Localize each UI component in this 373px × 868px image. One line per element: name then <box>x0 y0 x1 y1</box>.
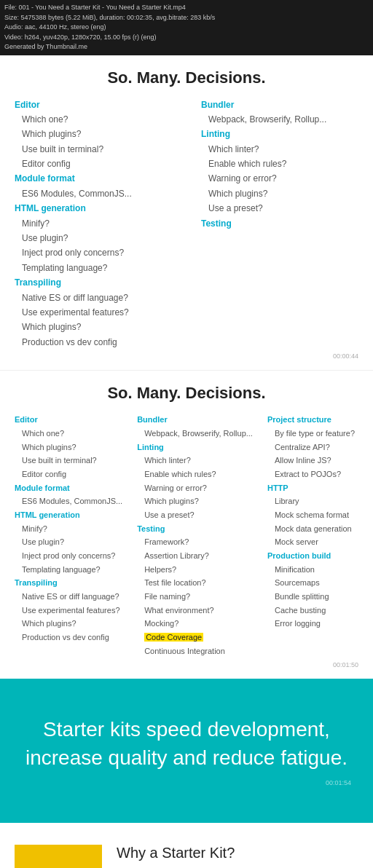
header-line1: File: 001 - You Need a Starter Kit - You… <box>4 3 369 13</box>
teal-section: Starter kits speed development, increase… <box>0 679 373 823</box>
header-line4: Video: h264, yuv420p, 1280x720, 15.00 fp… <box>4 33 369 43</box>
cat-html-s2: HTML generation <box>15 508 122 522</box>
cat-editor-s2: Editor <box>15 413 122 427</box>
section1: So. Many. Decisions. Editor Which one? W… <box>0 55 373 371</box>
cat-project-s2: Project structure <box>267 413 355 427</box>
js-logo: JS <box>15 845 102 868</box>
section1-title: So. Many. Decisions. <box>15 68 358 87</box>
cat-bundler-s1: Bundler <box>201 98 358 112</box>
highlight-coverage: Code Coverage <box>144 633 203 642</box>
why-section: JS Why a Starter Kit? Codifies Decisions… <box>0 823 373 868</box>
section2-col3: Project structure By file type or featur… <box>267 413 355 658</box>
section1-grid: Editor Which one? Which plugins? Use bui… <box>15 98 358 350</box>
cat-bundler-s2: Bundler <box>137 413 253 427</box>
header-line2: Size: 5475388 bytes (5.22 MiB), duration… <box>4 13 369 23</box>
cat-editor-s1: Editor <box>15 98 172 112</box>
cat-module-s2: Module format <box>15 481 122 495</box>
cat-testing-s2: Testing <box>137 522 253 536</box>
header-line5: Generated by Thumbnail.me <box>4 42 369 52</box>
section2-col2: Bundler Webpack, Browserify, Rollup... L… <box>137 413 253 658</box>
cache-busting-item: Cache busting <box>267 604 355 618</box>
section2-grid: Editor Which one? Which plugins? Use bui… <box>15 413 358 658</box>
cat-production-s2: Production build <box>267 549 355 563</box>
teal-main-text: Starter kits speed development, increase… <box>22 715 351 772</box>
cat-module-s1: Module format <box>15 171 172 186</box>
why-content: Why a Starter Kit? Codifies Decisions Be… <box>117 845 358 868</box>
cat-linting-s2: Linting <box>137 441 253 454</box>
section1-col2: Bundler Webpack, Browserify, Rollup... L… <box>201 98 358 350</box>
cat-testing-s1: Testing <box>201 216 358 231</box>
cat-html-s1: HTML generation <box>15 201 172 216</box>
section1-timestamp: 00:00:44 <box>15 352 358 360</box>
cat-http-s2: HTTP <box>267 481 355 495</box>
section1-col1: Editor Which one? Which plugins? Use bui… <box>15 98 172 350</box>
why-title: Why a Starter Kit? <box>117 845 358 861</box>
header-bar: File: 001 - You Need a Starter Kit - You… <box>0 0 373 55</box>
section2-timestamp: 00:01:50 <box>15 661 358 668</box>
cat-transpiling-s2: Transpiling <box>15 576 122 590</box>
cat-transpiling-s1: Transpiling <box>15 275 172 290</box>
section2-col1: Editor Which one? Which plugins? Use bui… <box>15 413 122 658</box>
teal-timestamp: 00:01:54 <box>22 779 351 786</box>
section2: So. Many. Decisions. Editor Which one? W… <box>0 370 373 678</box>
section2-title: So. Many. Decisions. <box>15 384 358 403</box>
header-line3: Audio: aac, 44100 Hz, stereo (eng) <box>4 23 369 33</box>
cat-linting-s1: Linting <box>201 127 358 141</box>
